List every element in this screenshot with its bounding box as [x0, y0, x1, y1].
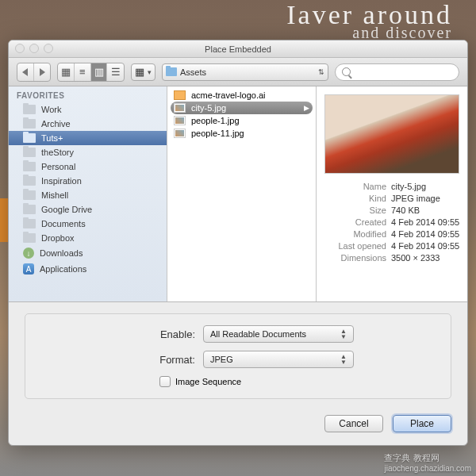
bg-accent: [0, 198, 8, 242]
folder-icon: [23, 119, 36, 129]
meta-value: 740 KB: [391, 205, 459, 215]
updown-icon: ⇅: [318, 68, 324, 76]
sidebar-item[interactable]: theStory: [9, 145, 167, 159]
chevron-down-icon: ▾: [148, 68, 152, 76]
back-button[interactable]: [17, 63, 34, 81]
sidebar-item-label: Google Drive: [41, 205, 92, 214]
file-name: city-5.jpg: [191, 103, 226, 113]
search-field[interactable]: [335, 63, 459, 81]
sidebar[interactable]: FAVORITES WorkArchiveTuts+theStoryPerson…: [9, 86, 167, 301]
format-select-value: JPEG: [210, 355, 233, 364]
place-button[interactable]: Place: [393, 415, 451, 432]
format-select[interactable]: JPEG ▲▼: [203, 351, 354, 368]
file-row[interactable]: people-11.jpg: [167, 127, 316, 140]
folder-icon: [23, 233, 36, 243]
sidebar-item[interactable]: Tuts+: [9, 131, 167, 145]
sidebar-heading: FAVORITES: [9, 86, 167, 102]
options-panel: Enable: All Readable Documents ▲▼ Format…: [9, 302, 467, 410]
file-list[interactable]: acme-travel-logo.aicity-5.jpg▶people-1.j…: [167, 86, 317, 301]
sidebar-item-label: theStory: [41, 148, 74, 157]
cancel-button[interactable]: Cancel: [324, 415, 383, 432]
meta-value: JPEG image: [391, 194, 459, 203]
enable-label: Enable:: [36, 328, 195, 340]
sidebar-item[interactable]: ↓Downloads: [9, 245, 167, 261]
forward-button[interactable]: [34, 63, 51, 81]
watermark: 查字典 教程网 jiaocheng.chazidian.com: [379, 447, 476, 476]
image-sequence-option[interactable]: Image Sequence: [36, 376, 440, 387]
enable-select-value: All Readable Documents: [210, 329, 306, 339]
app-backdrop: Iaver around and discover Place Embedded…: [0, 0, 476, 476]
place-embedded-dialog: Place Embedded ▦ ≡ ▥ ☰ ▦ ▾ Assets ⇅: [8, 40, 468, 446]
toolbar: ▦ ≡ ▥ ☰ ▦ ▾ Assets ⇅: [9, 58, 467, 86]
icon-view-button[interactable]: ▦: [58, 63, 75, 81]
folder-icon: [23, 162, 36, 171]
sidebar-item[interactable]: Mishell: [9, 188, 167, 202]
sidebar-item[interactable]: Archive: [9, 117, 167, 131]
column-view-button[interactable]: ▥: [91, 63, 108, 81]
checkbox-icon[interactable]: [159, 376, 171, 387]
file-row[interactable]: acme-travel-logo.ai: [167, 89, 316, 102]
arrange-dropdown[interactable]: ▦ ▾: [131, 63, 155, 81]
sidebar-item-label: Documents: [41, 219, 86, 228]
close-icon[interactable]: [15, 44, 25, 53]
folder-icon: [166, 67, 177, 76]
meta-value: 3500 × 2333: [391, 253, 459, 263]
meta-key: Modified: [324, 229, 386, 239]
search-input[interactable]: [355, 67, 452, 77]
meta-value: 4 Feb 2014 09:55: [391, 229, 459, 239]
folder-icon: [23, 105, 36, 114]
meta-value: city-5.jpg: [391, 182, 459, 191]
preview-thumbnail: [324, 94, 459, 174]
sidebar-item-label: Personal: [41, 162, 75, 171]
download-icon: ↓: [23, 248, 34, 259]
folder-icon: [23, 219, 36, 228]
grid-icon: ▦: [135, 66, 144, 78]
coverflow-view-button[interactable]: ☰: [107, 63, 124, 81]
meta-key: Dimensions: [324, 253, 386, 263]
sidebar-item[interactable]: Inspiration: [9, 174, 167, 188]
app-icon: A: [23, 263, 34, 274]
image-file-icon: [174, 103, 186, 113]
titlebar: Place Embedded: [9, 40, 467, 58]
search-icon: [342, 67, 351, 76]
sidebar-item[interactable]: Google Drive: [9, 202, 167, 217]
zoom-icon[interactable]: [44, 44, 53, 53]
path-dropdown-label: Assets: [180, 67, 206, 77]
meta-key: Size: [324, 205, 386, 215]
folder-icon: [23, 176, 36, 186]
file-row[interactable]: city-5.jpg▶: [171, 102, 313, 114]
file-name: people-11.jpg: [191, 129, 244, 138]
sidebar-item-label: Work: [41, 105, 61, 114]
meta-key: Created: [324, 217, 386, 227]
sidebar-item[interactable]: Dropbox: [9, 231, 167, 245]
sidebar-item[interactable]: Work: [9, 102, 167, 117]
watermark-title: 查字典 教程网: [384, 453, 439, 463]
meta-key: Name: [324, 182, 386, 191]
sidebar-item[interactable]: Personal: [9, 159, 167, 174]
list-view-button[interactable]: ≡: [75, 63, 91, 81]
browser-body: FAVORITES WorkArchiveTuts+theStoryPerson…: [9, 86, 467, 302]
file-metadata: Namecity-5.jpgKindJPEG imageSize740 KBCr…: [324, 182, 459, 263]
sidebar-item[interactable]: AApplications: [9, 261, 167, 277]
window-controls: [15, 44, 53, 53]
preview-pane: Namecity-5.jpgKindJPEG imageSize740 KBCr…: [317, 86, 467, 301]
dialog-title: Place Embedded: [205, 44, 271, 54]
meta-key: Kind: [324, 194, 386, 203]
view-switcher: ▦ ≡ ▥ ☰: [57, 63, 125, 82]
sidebar-item-label: Inspiration: [41, 176, 82, 186]
nav-buttons: [17, 63, 51, 82]
enable-select[interactable]: All Readable Documents ▲▼: [203, 325, 354, 343]
ai-file-icon: [174, 90, 186, 100]
dialog-buttons: Cancel Place: [9, 410, 467, 445]
folder-icon: [23, 148, 36, 157]
minimize-icon[interactable]: [29, 44, 39, 53]
folder-icon: [23, 190, 36, 200]
file-row[interactable]: people-1.jpg: [167, 114, 316, 127]
sidebar-item[interactable]: Documents: [9, 217, 167, 231]
sidebar-item-label: Mishell: [41, 190, 68, 200]
image-sequence-label: Image Sequence: [175, 377, 241, 386]
meta-value: 4 Feb 2014 09:55: [391, 217, 459, 227]
sidebar-item-label: Archive: [41, 119, 71, 129]
path-dropdown[interactable]: Assets ⇅: [162, 63, 328, 81]
file-name: acme-travel-logo.ai: [191, 90, 266, 100]
